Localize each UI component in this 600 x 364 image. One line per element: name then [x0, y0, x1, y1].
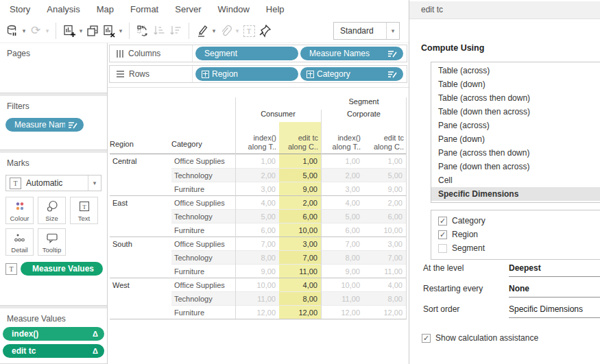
value-cell[interactable]: 2,00 — [235, 168, 279, 182]
value-cell[interactable]: 5,00 — [235, 209, 279, 223]
toolbar-highlight-button[interactable] — [194, 22, 211, 40]
value-cell[interactable]: 6,00 — [363, 209, 407, 223]
value-cell[interactable]: 8,00 — [279, 291, 321, 305]
expand-icon[interactable] — [202, 71, 209, 78]
value-cell[interactable]: 12,00 — [321, 305, 363, 319]
value-cell[interactable]: 11,00 — [321, 291, 363, 305]
menu-item-analysis[interactable]: Analysis — [38, 0, 88, 19]
compute-option-table-across-[interactable]: Table (across) — [431, 64, 600, 77]
segment-checkbox[interactable] — [438, 244, 447, 253]
value-cell[interactable]: 4,00 — [279, 278, 321, 291]
category-row-header[interactable]: Technology — [171, 209, 235, 223]
value-cell[interactable]: 10,00 — [363, 223, 407, 236]
compute-option-table-down-then-across-[interactable]: Table (down then across) — [431, 105, 600, 119]
value-cell[interactable]: 9,00 — [235, 264, 279, 278]
caret-down-icon[interactable]: ▾ — [88, 175, 101, 191]
compute-option-cell[interactable]: Cell — [431, 173, 600, 187]
field-value-dropdown[interactable]: None — [509, 284, 600, 298]
toolbar-pin-button[interactable] — [257, 22, 274, 40]
value-cell[interactable]: 6,00 — [279, 209, 321, 223]
caret-down-icon[interactable]: ▾ — [21, 27, 27, 34]
value-cell[interactable]: 5,00 — [321, 209, 363, 223]
value-cell[interactable]: 2,00 — [279, 195, 321, 209]
category-row-header[interactable]: Furniture — [171, 182, 235, 195]
value-cell[interactable]: 11,00 — [279, 264, 321, 278]
value-cell[interactable]: 1,00 — [363, 154, 407, 168]
category-row-header[interactable]: Office Supplies — [171, 195, 235, 209]
segment-consumer-header[interactable]: Consumer — [235, 110, 321, 121]
menu-item-format[interactable]: Format — [122, 0, 167, 19]
caret-down-icon[interactable]: ▾ — [386, 23, 399, 39]
value-cell[interactable]: 8,00 — [363, 291, 407, 305]
category-row-header[interactable]: Office Supplies — [171, 154, 235, 168]
value-cell[interactable]: 4,00 — [235, 195, 279, 209]
measure-header-1[interactable]: edit tcalong C.. — [279, 122, 321, 154]
menu-item-map[interactable]: Map — [88, 0, 122, 19]
category-row-header[interactable]: Furniture — [171, 305, 235, 319]
value-cell[interactable]: 10,00 — [279, 223, 321, 236]
expand-icon[interactable] — [307, 71, 314, 78]
category-row-header[interactable]: Technology — [171, 168, 235, 182]
caret-down-icon[interactable]: ▾ — [77, 27, 84, 34]
mark-type-dropdown[interactable]: T Automatic ▾ — [5, 175, 101, 191]
rows-shelf[interactable]: Rows RegionCategory — [109, 65, 407, 83]
region-row-header[interactable]: West — [110, 278, 171, 291]
value-cell[interactable]: 6,00 — [321, 223, 363, 236]
category-checkbox[interactable]: ✓ — [438, 217, 447, 226]
compute-option-table-down-[interactable]: Table (down) — [431, 77, 600, 91]
pill-category[interactable]: Category — [300, 67, 403, 81]
value-cell[interactable]: 10,00 — [321, 278, 363, 291]
menu-item-window[interactable]: Window — [210, 0, 258, 19]
value-cell[interactable]: 7,00 — [363, 250, 407, 264]
value-cell[interactable]: 6,00 — [235, 223, 279, 236]
measure-header-2[interactable]: index()along T.. — [321, 122, 363, 154]
value-cell[interactable]: 2,00 — [363, 195, 407, 209]
value-cell[interactable]: 12,00 — [235, 305, 279, 319]
value-cell[interactable]: 3,00 — [321, 182, 363, 195]
pill-region[interactable]: Region — [195, 67, 298, 81]
region-row-header[interactable]: South — [110, 236, 171, 250]
menu-item-help[interactable]: Help — [258, 0, 293, 19]
value-cell[interactable]: 3,00 — [279, 236, 321, 250]
category-row-header[interactable]: Office Supplies — [171, 278, 235, 291]
value-cell[interactable]: 1,00 — [321, 154, 363, 168]
category-field-label[interactable]: Category — [171, 140, 235, 154]
value-cell[interactable]: 1,00 — [235, 154, 279, 168]
fit-selector[interactable]: Standard ▾ — [333, 22, 400, 40]
menu-item-story[interactable]: Story — [1, 0, 38, 19]
mark-button-size[interactable]: Size — [38, 197, 66, 224]
value-cell[interactable]: 4,00 — [363, 278, 407, 291]
segment-corporate-header[interactable]: Corporate — [321, 110, 407, 121]
value-cell[interactable]: 9,00 — [363, 182, 407, 195]
region-checkbox[interactable]: ✓ — [438, 230, 447, 239]
value-cell[interactable]: 10,00 — [235, 278, 279, 291]
value-cell[interactable]: 3,00 — [363, 236, 407, 250]
dimension-row-region[interactable]: ✓Region — [431, 228, 600, 241]
mark-button-text[interactable]: TText — [70, 197, 98, 224]
value-cell[interactable]: 7,00 — [321, 236, 363, 250]
compute-option-specific-dimensions[interactable]: Specific Dimensions — [431, 187, 600, 201]
compute-option-pane-across-then-down-[interactable]: Pane (across then down) — [431, 146, 600, 160]
value-cell[interactable]: 1,00 — [279, 154, 321, 168]
field-value-dropdown[interactable]: Specific Dimensions — [509, 304, 600, 318]
mark-button-detail[interactable]: Detail — [5, 228, 34, 256]
value-cell[interactable]: 9,00 — [279, 182, 321, 195]
toolbar-swap-rows-columns-button[interactable] — [134, 22, 151, 40]
measure-pill-index-[interactable]: index()Δ — [3, 327, 104, 341]
value-cell[interactable]: 9,00 — [321, 264, 363, 278]
value-cell[interactable]: 4,00 — [321, 195, 363, 209]
category-row-header[interactable]: Technology — [171, 291, 235, 305]
region-row-header[interactable]: Central — [110, 154, 171, 168]
measure-pill-edit-tc[interactable]: edit tcΔ — [3, 344, 104, 358]
field-value-dropdown[interactable]: Deepest — [509, 263, 600, 277]
toolbar-duplicate-sheet-button[interactable] — [84, 22, 101, 40]
mark-button-tooltip[interactable]: Tooltip — [38, 228, 66, 256]
category-row-header[interactable]: Technology — [171, 250, 235, 264]
compute-option-pane-down-then-across-[interactable]: Pane (down then across) — [431, 160, 600, 173]
value-cell[interactable]: 3,00 — [235, 182, 279, 195]
value-cell[interactable]: 11,00 — [363, 264, 407, 278]
value-cell[interactable]: 11,00 — [235, 291, 279, 305]
value-cell[interactable]: 5,00 — [363, 168, 407, 182]
columns-shelf[interactable]: Columns SegmentMeasure Names — [109, 45, 407, 62]
pages-shelf[interactable]: Pages — [0, 43, 107, 93]
